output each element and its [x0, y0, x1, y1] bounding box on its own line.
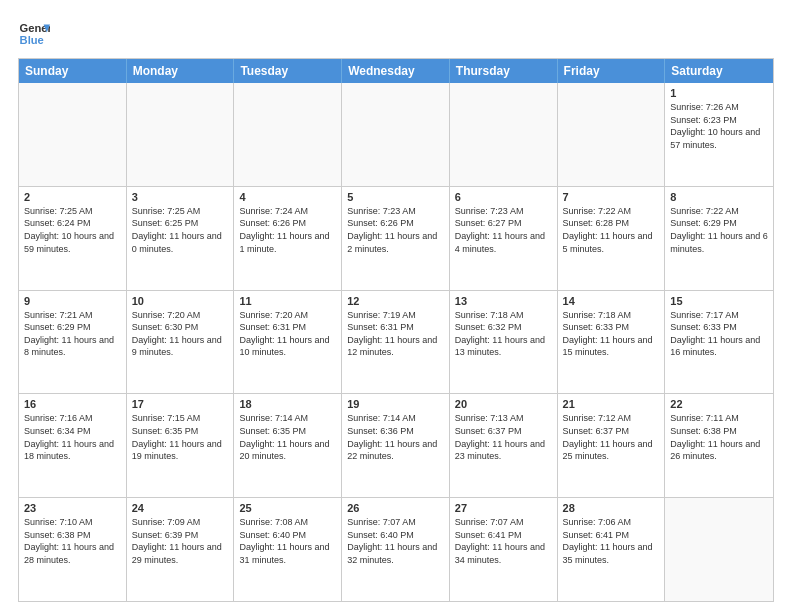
- calendar-cell: 25Sunrise: 7:08 AM Sunset: 6:40 PM Dayli…: [234, 498, 342, 601]
- day-number: 28: [563, 502, 660, 514]
- day-number: 16: [24, 398, 121, 410]
- day-info: Sunrise: 7:26 AM Sunset: 6:23 PM Dayligh…: [670, 101, 768, 151]
- calendar-cell: [234, 83, 342, 186]
- calendar-cell: 17Sunrise: 7:15 AM Sunset: 6:35 PM Dayli…: [127, 394, 235, 497]
- day-number: 18: [239, 398, 336, 410]
- day-number: 5: [347, 191, 444, 203]
- weekday-header-sunday: Sunday: [19, 59, 127, 83]
- calendar-row-4: 16Sunrise: 7:16 AM Sunset: 6:34 PM Dayli…: [19, 393, 773, 497]
- calendar-body: 1Sunrise: 7:26 AM Sunset: 6:23 PM Daylig…: [19, 83, 773, 601]
- calendar-header: SundayMondayTuesdayWednesdayThursdayFrid…: [19, 59, 773, 83]
- day-number: 23: [24, 502, 121, 514]
- logo-icon: General Blue: [18, 18, 50, 50]
- day-number: 12: [347, 295, 444, 307]
- day-info: Sunrise: 7:20 AM Sunset: 6:30 PM Dayligh…: [132, 309, 229, 359]
- calendar-cell: 23Sunrise: 7:10 AM Sunset: 6:38 PM Dayli…: [19, 498, 127, 601]
- calendar-cell: 6Sunrise: 7:23 AM Sunset: 6:27 PM Daylig…: [450, 187, 558, 290]
- day-info: Sunrise: 7:19 AM Sunset: 6:31 PM Dayligh…: [347, 309, 444, 359]
- calendar-cell: [127, 83, 235, 186]
- day-info: Sunrise: 7:22 AM Sunset: 6:28 PM Dayligh…: [563, 205, 660, 255]
- day-info: Sunrise: 7:24 AM Sunset: 6:26 PM Dayligh…: [239, 205, 336, 255]
- day-number: 17: [132, 398, 229, 410]
- calendar-cell: [450, 83, 558, 186]
- weekday-header-tuesday: Tuesday: [234, 59, 342, 83]
- day-info: Sunrise: 7:09 AM Sunset: 6:39 PM Dayligh…: [132, 516, 229, 566]
- calendar-cell: 24Sunrise: 7:09 AM Sunset: 6:39 PM Dayli…: [127, 498, 235, 601]
- day-number: 20: [455, 398, 552, 410]
- day-number: 4: [239, 191, 336, 203]
- logo: General Blue: [18, 18, 50, 50]
- calendar: SundayMondayTuesdayWednesdayThursdayFrid…: [18, 58, 774, 602]
- calendar-cell: 9Sunrise: 7:21 AM Sunset: 6:29 PM Daylig…: [19, 291, 127, 394]
- day-info: Sunrise: 7:18 AM Sunset: 6:33 PM Dayligh…: [563, 309, 660, 359]
- day-info: Sunrise: 7:22 AM Sunset: 6:29 PM Dayligh…: [670, 205, 768, 255]
- day-number: 21: [563, 398, 660, 410]
- calendar-row-1: 1Sunrise: 7:26 AM Sunset: 6:23 PM Daylig…: [19, 83, 773, 186]
- calendar-row-3: 9Sunrise: 7:21 AM Sunset: 6:29 PM Daylig…: [19, 290, 773, 394]
- day-number: 7: [563, 191, 660, 203]
- day-info: Sunrise: 7:20 AM Sunset: 6:31 PM Dayligh…: [239, 309, 336, 359]
- calendar-cell: 14Sunrise: 7:18 AM Sunset: 6:33 PM Dayli…: [558, 291, 666, 394]
- day-info: Sunrise: 7:17 AM Sunset: 6:33 PM Dayligh…: [670, 309, 768, 359]
- calendar-cell: 28Sunrise: 7:06 AM Sunset: 6:41 PM Dayli…: [558, 498, 666, 601]
- svg-text:Blue: Blue: [20, 34, 44, 46]
- calendar-page: General Blue SundayMondayTuesdayWednesda…: [0, 0, 792, 612]
- day-info: Sunrise: 7:14 AM Sunset: 6:36 PM Dayligh…: [347, 412, 444, 462]
- weekday-header-monday: Monday: [127, 59, 235, 83]
- calendar-cell: 20Sunrise: 7:13 AM Sunset: 6:37 PM Dayli…: [450, 394, 558, 497]
- day-info: Sunrise: 7:13 AM Sunset: 6:37 PM Dayligh…: [455, 412, 552, 462]
- day-number: 13: [455, 295, 552, 307]
- calendar-cell: 26Sunrise: 7:07 AM Sunset: 6:40 PM Dayli…: [342, 498, 450, 601]
- day-info: Sunrise: 7:11 AM Sunset: 6:38 PM Dayligh…: [670, 412, 768, 462]
- calendar-cell: 7Sunrise: 7:22 AM Sunset: 6:28 PM Daylig…: [558, 187, 666, 290]
- calendar-cell: 16Sunrise: 7:16 AM Sunset: 6:34 PM Dayli…: [19, 394, 127, 497]
- day-info: Sunrise: 7:16 AM Sunset: 6:34 PM Dayligh…: [24, 412, 121, 462]
- day-info: Sunrise: 7:07 AM Sunset: 6:40 PM Dayligh…: [347, 516, 444, 566]
- calendar-cell: 8Sunrise: 7:22 AM Sunset: 6:29 PM Daylig…: [665, 187, 773, 290]
- day-number: 19: [347, 398, 444, 410]
- day-info: Sunrise: 7:23 AM Sunset: 6:26 PM Dayligh…: [347, 205, 444, 255]
- calendar-cell: 18Sunrise: 7:14 AM Sunset: 6:35 PM Dayli…: [234, 394, 342, 497]
- calendar-cell: [665, 498, 773, 601]
- day-info: Sunrise: 7:15 AM Sunset: 6:35 PM Dayligh…: [132, 412, 229, 462]
- calendar-cell: 4Sunrise: 7:24 AM Sunset: 6:26 PM Daylig…: [234, 187, 342, 290]
- day-number: 6: [455, 191, 552, 203]
- day-number: 2: [24, 191, 121, 203]
- day-number: 11: [239, 295, 336, 307]
- calendar-cell: 22Sunrise: 7:11 AM Sunset: 6:38 PM Dayli…: [665, 394, 773, 497]
- day-number: 26: [347, 502, 444, 514]
- day-info: Sunrise: 7:06 AM Sunset: 6:41 PM Dayligh…: [563, 516, 660, 566]
- calendar-cell: 5Sunrise: 7:23 AM Sunset: 6:26 PM Daylig…: [342, 187, 450, 290]
- calendar-row-5: 23Sunrise: 7:10 AM Sunset: 6:38 PM Dayli…: [19, 497, 773, 601]
- day-info: Sunrise: 7:25 AM Sunset: 6:25 PM Dayligh…: [132, 205, 229, 255]
- day-info: Sunrise: 7:10 AM Sunset: 6:38 PM Dayligh…: [24, 516, 121, 566]
- day-number: 27: [455, 502, 552, 514]
- weekday-header-friday: Friday: [558, 59, 666, 83]
- day-number: 24: [132, 502, 229, 514]
- day-info: Sunrise: 7:07 AM Sunset: 6:41 PM Dayligh…: [455, 516, 552, 566]
- calendar-cell: 11Sunrise: 7:20 AM Sunset: 6:31 PM Dayli…: [234, 291, 342, 394]
- calendar-cell: 15Sunrise: 7:17 AM Sunset: 6:33 PM Dayli…: [665, 291, 773, 394]
- calendar-cell: [342, 83, 450, 186]
- calendar-cell: 21Sunrise: 7:12 AM Sunset: 6:37 PM Dayli…: [558, 394, 666, 497]
- calendar-cell: 10Sunrise: 7:20 AM Sunset: 6:30 PM Dayli…: [127, 291, 235, 394]
- calendar-cell: 2Sunrise: 7:25 AM Sunset: 6:24 PM Daylig…: [19, 187, 127, 290]
- day-number: 1: [670, 87, 768, 99]
- day-info: Sunrise: 7:18 AM Sunset: 6:32 PM Dayligh…: [455, 309, 552, 359]
- day-info: Sunrise: 7:21 AM Sunset: 6:29 PM Dayligh…: [24, 309, 121, 359]
- header: General Blue: [18, 18, 774, 50]
- day-info: Sunrise: 7:23 AM Sunset: 6:27 PM Dayligh…: [455, 205, 552, 255]
- day-info: Sunrise: 7:25 AM Sunset: 6:24 PM Dayligh…: [24, 205, 121, 255]
- day-number: 10: [132, 295, 229, 307]
- calendar-cell: [19, 83, 127, 186]
- calendar-cell: 12Sunrise: 7:19 AM Sunset: 6:31 PM Dayli…: [342, 291, 450, 394]
- day-number: 9: [24, 295, 121, 307]
- calendar-cell: 13Sunrise: 7:18 AM Sunset: 6:32 PM Dayli…: [450, 291, 558, 394]
- weekday-header-saturday: Saturday: [665, 59, 773, 83]
- calendar-cell: 3Sunrise: 7:25 AM Sunset: 6:25 PM Daylig…: [127, 187, 235, 290]
- calendar-cell: 1Sunrise: 7:26 AM Sunset: 6:23 PM Daylig…: [665, 83, 773, 186]
- day-number: 3: [132, 191, 229, 203]
- calendar-cell: [558, 83, 666, 186]
- weekday-header-wednesday: Wednesday: [342, 59, 450, 83]
- day-number: 8: [670, 191, 768, 203]
